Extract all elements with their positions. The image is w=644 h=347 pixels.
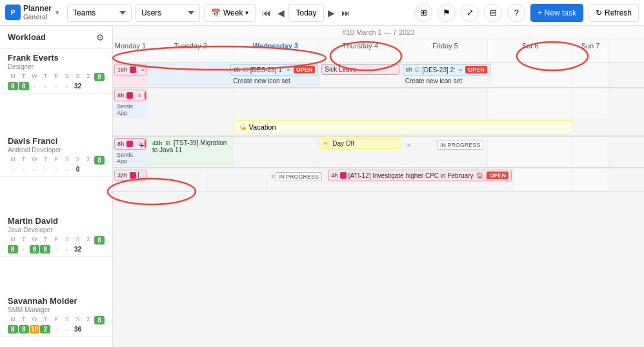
week-label: #10 March 1 — 7 2023 xyxy=(113,26,644,39)
task-icon-dev3 xyxy=(126,92,133,99)
task-icon-ati12 xyxy=(340,172,347,179)
savannah-wed-cell[interactable] xyxy=(208,168,267,191)
gear-icon[interactable]: ⚙ xyxy=(96,32,105,43)
savannah-thu-cell[interactable]: ≡ IN PROGRESS xyxy=(267,168,327,191)
new-task-button[interactable]: + New task xyxy=(530,4,583,22)
frank-task-des23-wed[interactable]: 8h ☑ [DES-23] 1: = OPEN xyxy=(230,64,318,75)
martin-task-dev3[interactable]: 8h [DEV-3] ≡ OPEN + xyxy=(114,138,146,150)
refresh-button[interactable]: ↻ Refresh xyxy=(589,4,639,22)
savannah-fri-cell[interactable]: 4h [ATI-12] Investigate higher CPC in Fe… xyxy=(327,168,514,191)
davis-row1: 8h [DEV-3] ≡ OPEN Sentis App xyxy=(113,88,644,119)
status-badge-open2: OPEN xyxy=(294,66,316,74)
davis-sat-cell xyxy=(488,88,573,119)
frank-mon-cell[interactable]: 16h [TST-28] Re-design screenshots for t… xyxy=(113,63,148,87)
calendar-icon: 📅 xyxy=(211,8,221,17)
martin-day-off[interactable]: ☀ Day Off xyxy=(319,138,401,149)
flag-icon[interactable]: ⚑ xyxy=(438,4,456,22)
user-name-martin: Martin David xyxy=(8,216,105,226)
martin-row1: 8h [DEV-3] ≡ OPEN + Sentis App 42h ⊞ xyxy=(113,137,644,167)
sidebar-title: Workload xyxy=(8,32,46,42)
martin-thu-cell[interactable]: ☀ Day Off xyxy=(318,137,403,167)
davis-cal-block: 8h [DEV-3] ≡ OPEN Sentis App xyxy=(113,88,644,137)
app-sub: General xyxy=(23,14,52,21)
nav-prev-icon[interactable]: ◀ xyxy=(275,6,287,19)
martin-mon-cell[interactable]: 8h [DEV-3] ≡ OPEN + Sentis App xyxy=(113,137,148,167)
user-name-davis: Davis Franci xyxy=(8,136,105,146)
filter-icon[interactable]: ⊟ xyxy=(484,4,502,22)
user-role-martin: Java Developer xyxy=(8,226,105,233)
martin-tue-cell[interactable]: 42h ⊞ [TST-39] Migration to Java 11 xyxy=(148,137,234,167)
savannah-task-ati125[interactable]: 32h [ATI-125] Fix the EMEA PPC campaign xyxy=(114,170,146,181)
savannah-task-ati12[interactable]: 4h [ATI-12] Investigate higher CPC in Fe… xyxy=(328,170,512,181)
create-icon-set-label2: Create new icon set xyxy=(403,77,490,85)
nav-first-icon[interactable]: ⏮ xyxy=(259,6,274,19)
davis-task-dev3[interactable]: 8h [DEV-3] ≡ OPEN xyxy=(114,90,146,101)
app-name: Planner xyxy=(23,4,52,13)
martin-wed-cell[interactable] xyxy=(234,137,319,167)
frank-row1: 16h [TST-28] Re-design screenshots for t… xyxy=(113,63,644,87)
frank-fri-cell[interactable]: 8h ☑ [DES-23] 2: = OPEN Create new icon … xyxy=(401,63,492,87)
status-badge-dev3: OPEN xyxy=(145,92,146,99)
davis-wed-cell[interactable] xyxy=(234,88,319,119)
today-button[interactable]: Today xyxy=(288,4,323,22)
davis-tue-cell[interactable] xyxy=(148,88,234,119)
user-name-savannah: Savannah Molder xyxy=(8,296,105,306)
user-name-frank: Frank Everts xyxy=(8,53,105,63)
frank-task-sick[interactable]: Sick Leave xyxy=(321,64,399,75)
davis-mon-cell[interactable]: 8h [DEV-3] ≡ OPEN Sentis App xyxy=(113,88,148,119)
user-row-savannah: Savannah Molder SMM Manager MTWTFSSΣ 888… xyxy=(0,292,112,337)
user-role-frank: Designer xyxy=(8,63,105,70)
vacation-bar[interactable]: 🌤 Vacation xyxy=(234,120,573,134)
frank-task-des23-fri[interactable]: 8h ☑ [DES-23] 2: = OPEN xyxy=(403,64,490,75)
frank-thu-cell[interactable]: Sick Leave xyxy=(320,63,401,87)
sidebar: Workload ⚙ Frank Everts Designer MTWTFSS… xyxy=(0,26,113,347)
week-selector: 📅 Week ▾ xyxy=(204,4,256,22)
martin-cal-block: 8h [DEV-3] ≡ OPEN + Sentis App 42h ⊞ xyxy=(113,137,644,168)
status-badge-open3: OPEN xyxy=(465,66,487,74)
nav-next-icon[interactable]: ▶ xyxy=(325,6,337,19)
day-off-icon: ☀ xyxy=(323,140,328,147)
expand-icon[interactable]: ⤢ xyxy=(461,4,479,22)
savannah-tue-cell[interactable] xyxy=(148,168,208,191)
nav-controls: ⏮ ◀ Today ▶ ⏭ xyxy=(259,4,352,22)
status-badge-martin-dev3: OPEN xyxy=(145,140,146,148)
frank-wed-cell[interactable]: 8h ☑ [DES-23] 1: = OPEN Create new icon … xyxy=(229,63,320,87)
frank-task-tst28[interactable]: 16h [TST-28] Re-design screenshots for t… xyxy=(114,64,146,75)
davis-thu-cell[interactable] xyxy=(318,88,403,119)
martin-sat-cell xyxy=(488,137,573,167)
martin-tst39-label[interactable]: 42h ⊞ [TST-39] Migration to Java 11 xyxy=(150,138,232,155)
sidebar-header: Workload ⚙ xyxy=(0,26,112,49)
calendar-area: #10 March 1 — 7 2023 Monday 1 Tuesday 2 … xyxy=(113,26,644,347)
help-icon[interactable]: ? xyxy=(507,4,525,22)
app-logo: P Planner General ▾ xyxy=(5,4,63,21)
davis-vacation-row: 🌤 Vacation xyxy=(113,119,644,135)
teams-select[interactable]: Teams xyxy=(67,4,132,22)
martin-fri-cell[interactable]: ≡ IN PROGRESS xyxy=(403,137,488,167)
frank-cal-block: 16h [TST-28] Re-design screenshots for t… xyxy=(113,63,644,88)
task-icon-pink xyxy=(130,66,136,73)
task-icon-martin-dev3 xyxy=(126,141,133,147)
day-head-fri: Friday 5 xyxy=(403,39,488,62)
user-role-davis: Android Developer xyxy=(8,146,105,154)
user-row-frank: Frank Everts Designer MTWTFSSΣ 888----32 xyxy=(0,49,112,94)
user-days-martin: MTWTFSSΣ 88-88--32 xyxy=(8,236,105,253)
chevron-down-icon: ▾ xyxy=(245,9,248,16)
users-select[interactable]: Users xyxy=(136,4,200,22)
savannah-row1: 32h [ATI-125] Fix the EMEA PPC campaign … xyxy=(113,168,644,191)
toolbar-right-icons: ⊞ ⚑ ⤢ ⊟ ? + New task ↻ Refresh xyxy=(414,4,639,22)
grid-icon[interactable]: ⊞ xyxy=(414,4,432,22)
frank-tue-cell[interactable] xyxy=(148,63,229,87)
frank-sat-cell xyxy=(492,63,573,87)
user-row-martin: Martin David Java Developer MTWTFSSΣ 88-… xyxy=(0,212,112,257)
davis-fri-cell[interactable] xyxy=(403,88,488,119)
app-chevron-icon[interactable]: ▾ xyxy=(55,9,59,16)
savannah-sun-cell xyxy=(573,168,609,191)
user-row-davis: Davis Franci Android Developer MTWTFSSΣ … xyxy=(0,132,112,177)
savannah-mon-cell[interactable]: 32h [ATI-125] Fix the EMEA PPC campaign xyxy=(113,168,148,191)
week-button[interactable]: 📅 Week ▾ xyxy=(204,4,256,22)
nav-last-icon[interactable]: ⏭ xyxy=(339,6,353,19)
day-head-sun: Sun 7 xyxy=(573,39,609,62)
create-icon-set-label: Create new icon set xyxy=(230,77,318,85)
status-in-progress-savannah: IN PROGRESS xyxy=(276,172,323,181)
user-days-savannah: MTWTFSSΣ 888102--36 xyxy=(8,316,105,333)
